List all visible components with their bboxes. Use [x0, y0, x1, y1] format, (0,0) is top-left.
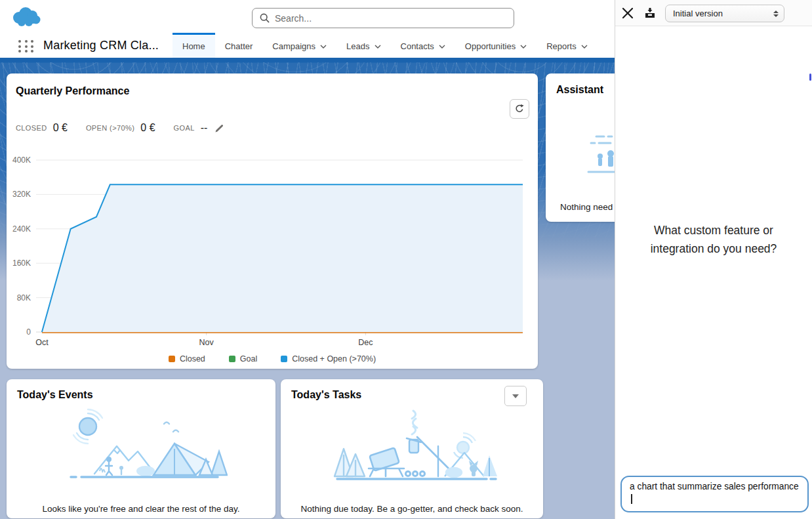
app-launcher-waffle-icon[interactable]: [18, 40, 35, 53]
refresh-button[interactable]: [510, 99, 529, 119]
feature-request-input-value: a chart that summarize sales performance: [630, 482, 799, 491]
tab-home-label: Home: [182, 41, 205, 51]
tab-opportunities[interactable]: Opportunities: [455, 33, 537, 58]
quarterly-performance-chart: 080K160K240K320K400KOctNovDec: [7, 150, 531, 353]
search-input[interactable]: [275, 13, 514, 24]
refresh-icon: [514, 104, 525, 114]
app-title: Marketing CRM Cla...: [43, 39, 159, 52]
x-axis-tick-label: Dec: [358, 338, 373, 347]
legend-item-closed: Closed: [169, 354, 205, 363]
stat-goal: GOAL --: [174, 122, 225, 134]
tab-chatter-label: Chatter: [225, 41, 253, 51]
feature-request-input[interactable]: a chart that summarize sales performance: [620, 476, 809, 512]
tab-campaigns[interactable]: Campaigns: [262, 33, 336, 58]
tasks-menu-button[interactable]: [504, 386, 527, 406]
y-axis-tick-label: 80K: [17, 293, 31, 302]
builder-prompt-question: What custom feature or integration do yo…: [635, 222, 792, 258]
search-icon: [260, 13, 270, 23]
salesforce-cloud-logo-icon: [9, 5, 43, 30]
chart-legend: Closed Goal Closed + Open (>70%): [7, 354, 538, 363]
stat-open-value: 0 €: [140, 122, 155, 134]
y-axis-tick-label: 240K: [12, 224, 31, 234]
tab-home[interactable]: Home: [173, 33, 215, 58]
dropdown-arrow-icon: [512, 394, 519, 398]
stat-goal-label: GOAL: [174, 124, 195, 132]
legend-swatch-closed: [169, 356, 175, 362]
tab-campaigns-label: Campaigns: [272, 41, 315, 51]
stat-open-label: OPEN (>70%): [86, 124, 134, 132]
text-cursor: [631, 494, 632, 504]
version-select[interactable]: Initial version: [665, 5, 784, 22]
todays-events-card: Today's Events: [7, 379, 275, 518]
stat-goal-value: --: [201, 122, 208, 134]
tab-leads[interactable]: Leads: [336, 33, 390, 58]
archive-save-icon: [643, 7, 657, 20]
todays-events-empty-text: Looks like you're free and clear the res…: [7, 504, 275, 514]
builder-panel-header: Initial version: [615, 0, 812, 26]
tab-reports-label: Reports: [546, 41, 577, 51]
chevron-down-icon: [581, 45, 588, 49]
x-axis-tick-label: Nov: [199, 338, 214, 347]
quarterly-performance-title: Quarterly Performance: [16, 85, 129, 97]
assistant-title: Assistant: [556, 84, 603, 96]
todays-tasks-empty-text: Nothing due today. Be a go-getter, and c…: [281, 504, 543, 514]
quarterly-performance-stats: CLOSED 0 € OPEN (>70%) 0 € GOAL --: [16, 122, 224, 134]
tasks-campfire-illustration: [328, 405, 502, 494]
todays-tasks-card: Today's Tasks: [281, 379, 543, 518]
tab-contacts[interactable]: Contacts: [391, 33, 455, 58]
tab-contacts-label: Contacts: [401, 41, 434, 51]
salesforce-home-page: Marketing CRM Cla... Home Chatter Campai…: [0, 0, 812, 519]
tab-leads-label: Leads: [346, 41, 369, 51]
legend-label-closed: Closed: [180, 354, 205, 363]
builder-panel: Initial version What custom feature or i…: [615, 0, 812, 519]
close-icon: [622, 7, 634, 19]
stat-closed-label: CLOSED: [16, 124, 47, 132]
x-axis-tick-label: Oct: [35, 338, 49, 347]
chevron-down-icon: [439, 45, 445, 49]
global-search[interactable]: [252, 8, 514, 28]
legend-label-goal: Goal: [240, 354, 257, 363]
y-axis-tick-label: 320K: [12, 190, 31, 199]
events-camping-illustration: [54, 405, 228, 494]
tab-reports[interactable]: Reports: [537, 33, 598, 58]
pencil-icon: [214, 123, 224, 133]
chevron-down-icon: [375, 45, 381, 49]
stat-open: OPEN (>70%) 0 €: [86, 122, 155, 134]
chevron-down-icon: [320, 45, 327, 49]
tab-chatter[interactable]: Chatter: [215, 33, 263, 58]
legend-swatch-closed-open: [281, 356, 287, 362]
select-updown-arrows-icon: [773, 10, 779, 17]
legend-label-closed-open: Closed + Open (>70%): [292, 354, 376, 363]
chevron-down-icon: [520, 45, 527, 49]
stat-closed-value: 0 €: [53, 122, 68, 134]
todays-tasks-title: Today's Tasks: [291, 389, 361, 401]
y-axis-tick-label: 160K: [12, 259, 31, 268]
panel-scrollbar-thumb[interactable]: [809, 73, 811, 81]
legend-item-closed-open: Closed + Open (>70%): [281, 354, 376, 363]
tab-opportunities-label: Opportunities: [465, 41, 516, 51]
version-select-value: Initial version: [673, 9, 773, 18]
close-panel-button[interactable]: [620, 5, 636, 21]
closed-open-area: [42, 184, 523, 332]
legend-swatch-goal: [229, 356, 235, 362]
y-axis-tick-label: 400K: [12, 156, 31, 165]
assistant-empty-text: Nothing need: [560, 202, 613, 212]
todays-events-title: Today's Events: [17, 389, 93, 401]
save-version-button[interactable]: [643, 6, 657, 20]
quarterly-performance-card: Quarterly Performance CLOSED 0 € OPEN (>…: [7, 73, 538, 369]
edit-goal-button[interactable]: [214, 123, 224, 133]
legend-item-goal: Goal: [229, 354, 257, 363]
y-axis-tick-label: 0: [26, 327, 31, 337]
stat-closed: CLOSED 0 €: [16, 122, 68, 134]
primary-nav: Home Chatter Campaigns Leads Contacts Op…: [173, 33, 598, 58]
